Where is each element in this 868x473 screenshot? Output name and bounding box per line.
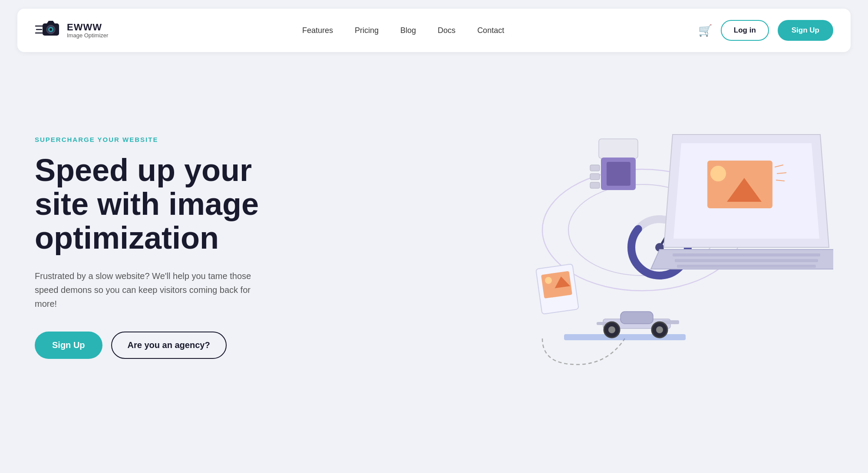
svg-rect-43 bbox=[677, 265, 816, 268]
logo-text-block: EWWW Image Optimizer bbox=[67, 22, 108, 39]
svg-point-32 bbox=[608, 326, 615, 333]
logo-title: EWWW bbox=[67, 22, 108, 33]
svg-rect-12 bbox=[590, 165, 600, 171]
logo-subtitle: Image Optimizer bbox=[67, 33, 108, 39]
hero-section: SUPERCHARGE YOUR WEBSITE Speed up your s… bbox=[0, 61, 868, 443]
logo[interactable]: EWWW Image Optimizer bbox=[35, 17, 108, 43]
hero-eyebrow: SUPERCHARGE YOUR WEBSITE bbox=[35, 136, 259, 143]
hero-signup-button[interactable]: Sign Up bbox=[35, 332, 102, 359]
svg-point-37 bbox=[710, 166, 726, 181]
svg-point-34 bbox=[656, 326, 663, 333]
nav-blog[interactable]: Blog bbox=[400, 26, 416, 35]
svg-rect-26 bbox=[564, 334, 686, 340]
svg-rect-13 bbox=[590, 174, 600, 180]
svg-point-6 bbox=[50, 28, 52, 31]
svg-rect-41 bbox=[673, 253, 820, 256]
nav-docs[interactable]: Docs bbox=[438, 26, 455, 35]
hero-svg bbox=[508, 113, 833, 382]
navbar: EWWW Image Optimizer Features Pricing Bl… bbox=[17, 9, 851, 52]
hero-title-line3: optimization bbox=[35, 220, 219, 255]
svg-rect-11 bbox=[607, 162, 630, 186]
logo-icon bbox=[35, 17, 61, 43]
hero-subtitle: Frustrated by a slow website? We'll help… bbox=[35, 269, 252, 311]
nav-features[interactable]: Features bbox=[302, 26, 333, 35]
svg-rect-42 bbox=[675, 259, 818, 262]
nav-links: Features Pricing Blog Docs Contact bbox=[302, 26, 504, 35]
svg-rect-9 bbox=[599, 139, 638, 158]
hero-buttons: Sign Up Are you an agency? bbox=[35, 332, 259, 359]
hero-title: Speed up your site with image optimizati… bbox=[35, 154, 259, 255]
nav-pricing[interactable]: Pricing bbox=[355, 26, 379, 35]
svg-rect-14 bbox=[590, 182, 600, 188]
hero-title-line1: Speed up your bbox=[35, 153, 252, 187]
hero-agency-button[interactable]: Are you an agency? bbox=[111, 332, 227, 359]
nav-signup-button[interactable]: Sign Up bbox=[778, 20, 833, 41]
hero-illustration bbox=[508, 113, 833, 382]
hero-title-line2: site with image bbox=[35, 187, 259, 221]
cart-icon[interactable]: 🛒 bbox=[698, 24, 712, 37]
login-button[interactable]: Log in bbox=[721, 20, 769, 41]
nav-right: 🛒 Log in Sign Up bbox=[698, 20, 833, 41]
svg-rect-28 bbox=[620, 312, 653, 324]
nav-contact[interactable]: Contact bbox=[477, 26, 504, 35]
hero-content: SUPERCHARGE YOUR WEBSITE Speed up your s… bbox=[35, 136, 259, 358]
